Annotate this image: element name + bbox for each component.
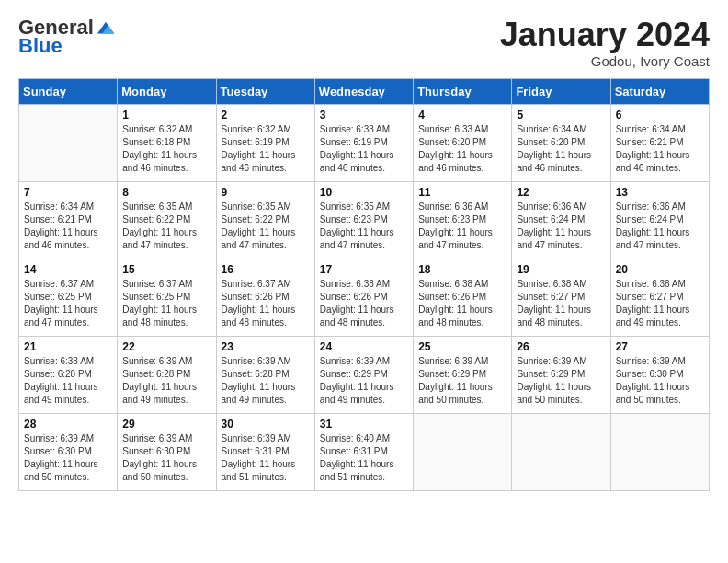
calendar-table: Sunday Monday Tuesday Wednesday Thursday… — [18, 78, 710, 491]
day-number: 11 — [418, 186, 506, 199]
table-row: 3Sunrise: 6:33 AMSunset: 6:19 PMDaylight… — [314, 104, 413, 181]
day-number: 6 — [616, 109, 704, 121]
table-row — [414, 413, 512, 490]
day-number: 22 — [122, 340, 210, 353]
calendar-week-row: 28Sunrise: 6:39 AMSunset: 6:30 PMDayligh… — [19, 413, 710, 490]
day-info: Sunrise: 6:37 AMSunset: 6:25 PMDaylight:… — [122, 278, 210, 329]
day-number: 4 — [418, 109, 506, 121]
table-row: 26Sunrise: 6:39 AMSunset: 6:29 PMDayligh… — [512, 336, 610, 413]
day-number: 12 — [517, 186, 605, 199]
day-info: Sunrise: 6:39 AMSunset: 6:29 PMDaylight:… — [418, 355, 506, 407]
day-info: Sunrise: 6:38 AMSunset: 6:26 PMDaylight:… — [320, 278, 408, 329]
table-row: 6Sunrise: 6:34 AMSunset: 6:21 PMDaylight… — [610, 104, 709, 181]
day-number: 28 — [24, 418, 112, 431]
day-number: 23 — [222, 340, 310, 353]
logo-icon — [96, 18, 116, 39]
day-info: Sunrise: 6:33 AMSunset: 6:20 PMDaylight:… — [418, 123, 506, 175]
table-row: 8Sunrise: 6:35 AMSunset: 6:22 PMDaylight… — [118, 181, 216, 259]
day-info: Sunrise: 6:38 AMSunset: 6:26 PMDaylight:… — [418, 278, 506, 329]
table-row: 28Sunrise: 6:39 AMSunset: 6:30 PMDayligh… — [19, 413, 118, 490]
day-info: Sunrise: 6:35 AMSunset: 6:22 PMDaylight:… — [222, 201, 310, 252]
day-number: 14 — [24, 263, 112, 276]
table-row — [610, 413, 709, 490]
calendar-week-row: 1Sunrise: 6:32 AMSunset: 6:18 PMDaylight… — [19, 104, 710, 181]
day-number: 10 — [320, 186, 408, 199]
day-number: 19 — [517, 263, 605, 276]
table-row: 7Sunrise: 6:34 AMSunset: 6:21 PMDaylight… — [19, 181, 118, 259]
day-info: Sunrise: 6:39 AMSunset: 6:30 PMDaylight:… — [24, 432, 112, 484]
table-row: 13Sunrise: 6:36 AMSunset: 6:24 PMDayligh… — [610, 181, 709, 259]
table-row: 25Sunrise: 6:39 AMSunset: 6:29 PMDayligh… — [414, 336, 512, 413]
table-row: 21Sunrise: 6:38 AMSunset: 6:28 PMDayligh… — [19, 336, 118, 413]
title-area: January 2024 Godou, Ivory Coast — [500, 17, 710, 69]
day-number: 16 — [222, 263, 310, 276]
day-info: Sunrise: 6:39 AMSunset: 6:30 PMDaylight:… — [616, 355, 704, 407]
day-info: Sunrise: 6:39 AMSunset: 6:30 PMDaylight:… — [122, 432, 210, 484]
col-friday: Friday — [512, 78, 610, 104]
day-info: Sunrise: 6:33 AMSunset: 6:19 PMDaylight:… — [320, 123, 408, 175]
calendar-week-row: 21Sunrise: 6:38 AMSunset: 6:28 PMDayligh… — [19, 336, 710, 413]
table-row: 1Sunrise: 6:32 AMSunset: 6:18 PMDaylight… — [118, 104, 216, 181]
table-row: 5Sunrise: 6:34 AMSunset: 6:20 PMDaylight… — [512, 104, 610, 181]
table-row: 27Sunrise: 6:39 AMSunset: 6:30 PMDayligh… — [610, 336, 709, 413]
day-info: Sunrise: 6:36 AMSunset: 6:24 PMDaylight:… — [517, 201, 605, 252]
table-row: 12Sunrise: 6:36 AMSunset: 6:24 PMDayligh… — [512, 181, 610, 259]
day-number: 20 — [616, 263, 704, 276]
day-number: 3 — [320, 109, 408, 121]
table-row: 15Sunrise: 6:37 AMSunset: 6:25 PMDayligh… — [118, 259, 216, 336]
table-row: 4Sunrise: 6:33 AMSunset: 6:20 PMDaylight… — [414, 104, 512, 181]
day-number: 7 — [24, 186, 112, 199]
day-info: Sunrise: 6:34 AMSunset: 6:21 PMDaylight:… — [616, 123, 704, 175]
day-number: 18 — [418, 263, 506, 276]
col-tuesday: Tuesday — [216, 78, 314, 104]
col-saturday: Saturday — [610, 78, 709, 104]
table-row: 14Sunrise: 6:37 AMSunset: 6:25 PMDayligh… — [19, 259, 118, 336]
day-info: Sunrise: 6:39 AMSunset: 6:29 PMDaylight:… — [320, 355, 408, 407]
table-row: 11Sunrise: 6:36 AMSunset: 6:23 PMDayligh… — [414, 181, 512, 259]
calendar-week-row: 7Sunrise: 6:34 AMSunset: 6:21 PMDaylight… — [19, 181, 710, 259]
day-info: Sunrise: 6:38 AMSunset: 6:27 PMDaylight:… — [616, 278, 704, 329]
table-row: 17Sunrise: 6:38 AMSunset: 6:26 PMDayligh… — [314, 259, 413, 336]
table-row: 20Sunrise: 6:38 AMSunset: 6:27 PMDayligh… — [610, 259, 709, 336]
day-number: 13 — [616, 186, 704, 199]
day-number: 1 — [122, 109, 210, 121]
table-row — [512, 413, 610, 490]
table-row: 29Sunrise: 6:39 AMSunset: 6:30 PMDayligh… — [118, 413, 216, 490]
calendar-week-row: 14Sunrise: 6:37 AMSunset: 6:25 PMDayligh… — [19, 259, 710, 336]
table-row: 2Sunrise: 6:32 AMSunset: 6:19 PMDaylight… — [216, 104, 314, 181]
col-sunday: Sunday — [19, 78, 118, 104]
table-row: 22Sunrise: 6:39 AMSunset: 6:28 PMDayligh… — [118, 336, 216, 413]
table-row: 18Sunrise: 6:38 AMSunset: 6:26 PMDayligh… — [414, 259, 512, 336]
logo: General Blue — [18, 17, 116, 57]
day-number: 21 — [24, 340, 112, 353]
day-number: 9 — [222, 186, 310, 199]
day-info: Sunrise: 6:36 AMSunset: 6:24 PMDaylight:… — [616, 201, 704, 252]
day-number: 5 — [517, 109, 605, 121]
day-number: 15 — [122, 263, 210, 276]
day-info: Sunrise: 6:32 AMSunset: 6:19 PMDaylight:… — [222, 123, 310, 175]
day-info: Sunrise: 6:34 AMSunset: 6:21 PMDaylight:… — [24, 201, 112, 252]
day-info: Sunrise: 6:37 AMSunset: 6:26 PMDaylight:… — [222, 278, 310, 329]
day-number: 30 — [222, 418, 310, 431]
day-info: Sunrise: 6:35 AMSunset: 6:22 PMDaylight:… — [122, 201, 210, 252]
table-row: 30Sunrise: 6:39 AMSunset: 6:31 PMDayligh… — [216, 413, 314, 490]
day-number: 2 — [222, 109, 310, 121]
col-monday: Monday — [118, 78, 216, 104]
header: General Blue January 2024 Godou, Ivory C… — [18, 17, 710, 69]
table-row: 9Sunrise: 6:35 AMSunset: 6:22 PMDaylight… — [216, 181, 314, 259]
day-number: 8 — [122, 186, 210, 199]
table-row: 19Sunrise: 6:38 AMSunset: 6:27 PMDayligh… — [512, 259, 610, 336]
col-wednesday: Wednesday — [314, 78, 413, 104]
day-info: Sunrise: 6:37 AMSunset: 6:25 PMDaylight:… — [24, 278, 112, 329]
table-row: 31Sunrise: 6:40 AMSunset: 6:31 PMDayligh… — [314, 413, 413, 490]
day-info: Sunrise: 6:38 AMSunset: 6:28 PMDaylight:… — [24, 355, 112, 407]
day-info: Sunrise: 6:39 AMSunset: 6:28 PMDaylight:… — [222, 355, 310, 407]
location-subtitle: Godou, Ivory Coast — [500, 53, 710, 69]
table-row: 16Sunrise: 6:37 AMSunset: 6:26 PMDayligh… — [216, 259, 314, 336]
day-number: 25 — [418, 340, 506, 353]
table-row: 10Sunrise: 6:35 AMSunset: 6:23 PMDayligh… — [314, 181, 413, 259]
day-info: Sunrise: 6:35 AMSunset: 6:23 PMDaylight:… — [320, 201, 408, 252]
table-row — [19, 104, 118, 181]
day-info: Sunrise: 6:40 AMSunset: 6:31 PMDaylight:… — [320, 432, 408, 484]
day-info: Sunrise: 6:39 AMSunset: 6:31 PMDaylight:… — [222, 432, 310, 484]
